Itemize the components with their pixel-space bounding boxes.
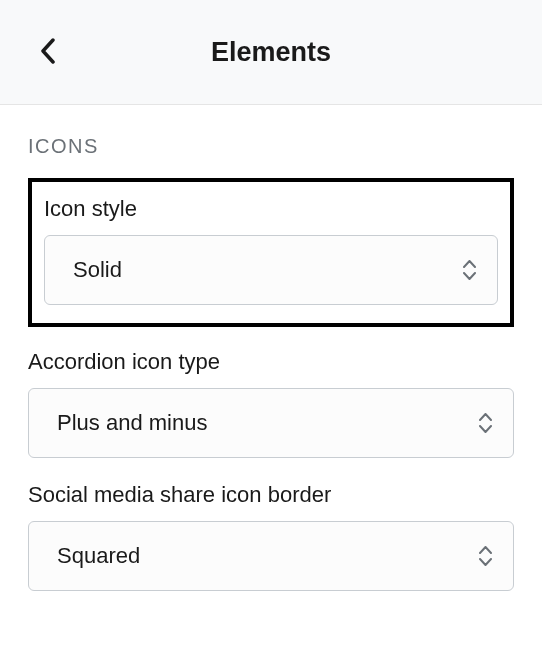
social-border-select-wrapper: Squared — [28, 521, 514, 591]
back-button[interactable] — [28, 32, 68, 72]
chevron-left-icon — [40, 38, 56, 67]
icon-style-select-wrapper: Solid — [44, 235, 498, 305]
page-title: Elements — [211, 37, 331, 68]
accordion-icon-label: Accordion icon type — [28, 349, 514, 375]
section-heading: ICONS — [28, 135, 514, 158]
accordion-icon-select[interactable]: Plus and minus — [28, 388, 514, 458]
highlighted-setting: Icon style Solid — [28, 178, 514, 327]
social-border-group: Social media share icon border Squared — [28, 482, 514, 591]
accordion-icon-group: Accordion icon type Plus and minus — [28, 349, 514, 458]
icon-style-group: Icon style Solid — [44, 196, 498, 305]
accordion-icon-select-wrapper: Plus and minus — [28, 388, 514, 458]
icon-style-label: Icon style — [44, 196, 498, 222]
panel-header: Elements — [0, 0, 542, 105]
content-area: ICONS Icon style Solid Accordion icon ty… — [0, 105, 542, 621]
social-border-label: Social media share icon border — [28, 482, 514, 508]
icon-style-select[interactable]: Solid — [44, 235, 498, 305]
social-border-select[interactable]: Squared — [28, 521, 514, 591]
